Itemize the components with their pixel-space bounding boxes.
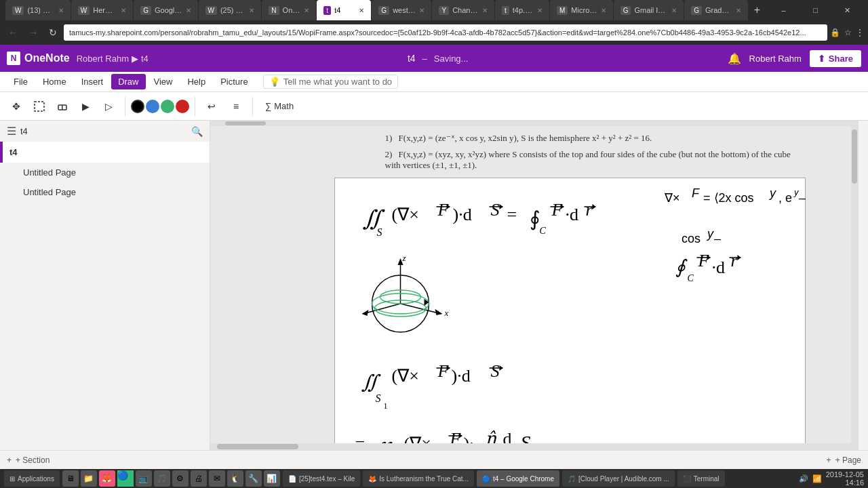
svg-text:y: y [706,227,714,241]
add-page-button[interactable]: + + Page [827,455,861,465]
color-black[interactable] [131,100,144,113]
taskbar-kile[interactable]: 📄 [25]test4.tex – Kile [283,470,360,487]
tab-close-icon[interactable]: ✕ [359,7,364,14]
tab-close-icon[interactable]: ✕ [304,7,309,14]
tab-close-icon[interactable]: ✕ [121,7,126,14]
tell-me-box[interactable]: 💡 Tell me what you want to do [263,75,398,89]
hamburger-menu-icon[interactable]: ☰ [7,125,16,138]
network-icon[interactable]: 📶 [812,474,822,483]
taskbar-icon-3[interactable]: 🔵 [117,470,134,487]
tab-close-icon[interactable]: ✕ [671,7,677,14]
nav-forward-button[interactable]: → [24,26,42,39]
select-tool-button[interactable]: ✥ [5,96,27,117]
tab-close-icon[interactable]: ✕ [601,7,606,14]
sidebar-search-icon[interactable]: 🔍 [191,126,203,137]
taskbar-audible[interactable]: 🎵 [Cloud Player | Audible.com ... [562,470,675,487]
browser-tab-10[interactable]: GGmail Inbox (1) - ro...✕ [614,0,684,20]
browser-tab-9[interactable]: MMicrosoft Sur...✕ [550,0,613,20]
tab-close-icon[interactable]: ✕ [419,7,425,14]
sidebar-item-t4[interactable]: t4 [0,142,210,163]
notifications-bell-icon[interactable]: 🔔 [728,52,741,65]
tab-close-icon[interactable]: ✕ [482,7,488,14]
horizontal-scrollbar-bottom[interactable] [210,443,858,450]
lines-button[interactable]: ≡ [225,96,247,117]
url-box[interactable]: tamucs-my.sharepoint.com/personal/robrah… [64,24,827,41]
tell-me-icon: 💡 [269,77,280,87]
browser-tab-2[interactable]: GGoogle Calen...✕ [134,0,197,20]
browser-tab-11[interactable]: GGrade Center...✕ [684,0,748,20]
menu-home[interactable]: Home [36,74,73,89]
browser-tab-8[interactable]: tt4p.pdf✕ [495,0,549,20]
taskbar-icon-6[interactable]: ⚙ [172,470,189,487]
browser-tab-3[interactable]: W(25) Test 4 Q...✕ [199,0,262,20]
taskbar-icon-10[interactable]: 🔧 [245,470,262,487]
taskbar-icon-2[interactable]: 📁 [81,470,97,487]
undo-button[interactable]: ↩ [201,96,222,117]
taskbar-terminal[interactable]: ⬛ Terminal [677,470,725,487]
scrollbar-thumb-bottom[interactable] [217,444,298,449]
taskbar-applications[interactable]: ⊞ Applications [4,470,60,487]
canvas-scroll[interactable]: 1) F(x,y,z) = (ze⁻ˣ, x cos y, x2sin y), … [210,126,858,443]
color-blue[interactable] [146,100,159,113]
close-button[interactable]: ✕ [832,0,863,20]
share-button[interactable]: ⬆ Share [810,50,861,67]
tab-close-icon[interactable]: ✕ [249,7,254,14]
menu-view[interactable]: View [147,74,180,89]
taskbar-lutheranism[interactable]: 🦊 Is Lutheranism the True Cat... [363,470,474,487]
browser-tab-7[interactable]: YChannel vide...✕ [432,0,494,20]
tab-close-icon[interactable]: ✕ [186,7,191,14]
taskbar-icon-5[interactable]: 🎵 [154,470,170,487]
menu-picture[interactable]: Picture [214,74,254,89]
svg-line-27 [400,304,441,314]
svg-text:C: C [539,226,546,236]
taskbar-icon-9[interactable]: 🐧 [227,470,243,487]
breadcrumb-notebook[interactable]: t4 [141,54,149,64]
taskbar-icon-7[interactable]: 🖨 [191,470,207,487]
nav-back-button[interactable]: ← [4,26,22,39]
browser-tab-4[interactable]: NOneNote✕ [262,0,316,20]
menu-help[interactable]: Help [180,74,212,89]
browser-tab-0[interactable]: W(13) White Ho...✕ [5,0,71,20]
maximize-button[interactable]: □ [800,0,831,20]
eraser-button[interactable] [52,96,73,117]
bookmark-icon[interactable]: ☆ [844,28,852,37]
new-tab-button[interactable]: + [749,4,766,16]
scrollbar-thumb-vertical[interactable] [852,129,857,184]
browser-tab-5[interactable]: tt4✕ [317,0,371,20]
select-rect-button[interactable] [28,96,50,117]
menu-file[interactable]: File [7,74,35,89]
svg-marker-28 [435,309,442,315]
taskbar-icon-4[interactable]: 📺 [136,470,152,487]
math-button[interactable]: ∑ Math [258,98,300,114]
horizontal-scrollbar-top[interactable] [210,121,858,126]
page-item-2[interactable]: Untitled Page [14,182,210,202]
menu-draw[interactable]: Draw [111,74,145,89]
color-green[interactable] [161,100,174,113]
refresh-button[interactable]: ↻ [45,26,61,39]
breadcrumb-user[interactable]: Robert Rahm [77,54,129,64]
lasso-button[interactable]: ▶ [75,96,96,117]
volume-icon[interactable]: 🔊 [799,474,808,483]
page-item-1[interactable]: Untitled Page [14,163,210,182]
minimize-button[interactable]: – [768,0,799,20]
add-section-button[interactable]: + + Section [7,455,50,465]
taskbar-icon-11[interactable]: 📊 [264,470,280,487]
browser-tab-6[interactable]: Gwestminster...✕ [372,0,431,20]
tab-close-icon[interactable]: ✕ [537,7,542,14]
breadcrumb-sep-icon: ▶ [132,54,138,64]
taskbar: ⊞ Applications 🖥 📁 🦊 🔵 📺 🎵 ⚙ 🖨 ✉ 🐧 🔧 📊 📄… [0,469,868,488]
browser-tab-1[interactable]: WHermite clas...✕ [71,0,133,20]
taskbar-chrome[interactable]: 🔵 t4 – Google Chrome [477,470,559,487]
tab-close-icon[interactable]: ✕ [58,7,64,14]
menu-insert[interactable]: Insert [75,74,111,89]
taskbar-icon-firefox[interactable]: 🦊 [99,470,115,487]
tab-close-icon[interactable]: ✕ [736,7,741,14]
color-red[interactable] [176,100,189,113]
taskbar-icon-1[interactable]: 🖥 [62,470,79,487]
pointer-button[interactable]: ▷ [98,96,119,117]
user-display-name[interactable]: Robert Rahm [749,54,802,64]
taskbar-icon-8[interactable]: ✉ [209,470,225,487]
scrollbar-thumb-top[interactable] [225,121,266,125]
vertical-scrollbar[interactable] [851,126,858,443]
extensions2-icon[interactable]: ⋮ [856,28,864,37]
